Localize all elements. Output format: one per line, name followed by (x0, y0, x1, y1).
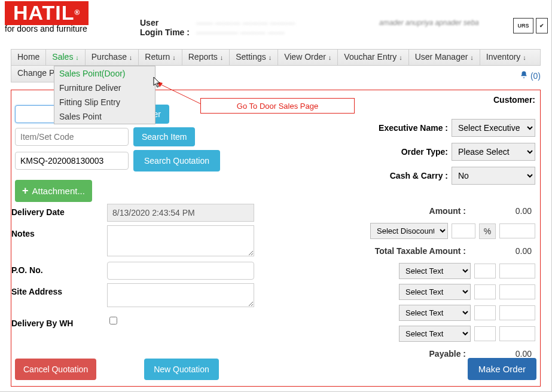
annotation-label: Go To Door Sales Page (200, 98, 355, 114)
search-item-button[interactable]: Search Item (133, 127, 195, 146)
tax-amt-3[interactable] (499, 305, 535, 320)
discount-amount-input[interactable] (499, 223, 535, 238)
amount-value: 0.00 (469, 204, 535, 218)
notification-count: (0) (530, 71, 541, 81)
chevron-down-icon: ↓ (75, 54, 79, 61)
notes-label: Notes (11, 225, 107, 258)
chevron-down-icon: ↓ (328, 54, 332, 61)
nav-purchase[interactable]: Purchase ↓ (86, 50, 139, 65)
slogan-script: amader anupriya apnader seba (379, 19, 511, 33)
registered-mark: ® (75, 8, 81, 17)
brand-tagline: for doors and furniture (5, 24, 89, 33)
dd-fitting-slip-entry[interactable]: Fitting Slip Entry (54, 95, 155, 109)
bell-icon (520, 71, 528, 81)
ukas-badge: ✔ (536, 18, 548, 33)
tax-select-4[interactable]: Select Text (399, 326, 471, 342)
new-quotation-button[interactable]: New Quotation (144, 359, 219, 380)
order-type-label: Order Type: (401, 147, 448, 157)
make-order-button[interactable]: Make Order (468, 358, 536, 380)
nav-settings[interactable]: Settings ↓ (230, 50, 278, 65)
notes-textarea[interactable] (107, 225, 254, 256)
user-info: User —— ——— ——— ——— Login Time : ————— —… (140, 18, 295, 37)
po-no-input[interactable] (107, 262, 254, 280)
tax-pct-2[interactable] (474, 284, 496, 299)
taxable-label: Total Taxable Amount : (375, 246, 466, 256)
user-label: User (140, 18, 194, 27)
main-nav: Home Sales ↓ Purchase ↓ Return ↓ Reports… (11, 49, 541, 66)
payable-label: Payable : (429, 349, 466, 359)
main-panel: Customer: omer Search Item Search Quotat… (11, 90, 541, 387)
brand-logo: HATIL® for doors and furniture (5, 1, 89, 33)
chevron-down-icon: ↓ (523, 54, 526, 61)
po-no-label: P.O. No. (11, 262, 107, 280)
login-time-value: ————— ——— —— (196, 27, 285, 37)
site-address-label: Site Address (11, 283, 107, 309)
chevron-down-icon: ↓ (269, 54, 272, 61)
dd-sales-point-door[interactable]: Sales Point(Door) (54, 66, 155, 81)
dd-furniture-deliver[interactable]: Furniture Deliver (54, 81, 155, 95)
plus-icon: + (22, 185, 29, 197)
tax-pct-4[interactable] (474, 326, 496, 341)
tax-amt-2[interactable] (499, 284, 535, 299)
delivery-date-input[interactable] (107, 204, 254, 222)
amount-panel: Amount : 0.00 Select Disocount % Total T… (344, 204, 535, 366)
cancel-quotation-button[interactable]: Cancel Quotation (15, 359, 96, 380)
amount-label: Amount : (429, 206, 466, 216)
attachment-button[interactable]: + Attachment... (15, 180, 92, 202)
tax-pct-3[interactable] (474, 305, 496, 320)
quotation-input[interactable] (15, 152, 129, 170)
tax-select-3[interactable]: Select Text (399, 305, 471, 321)
order-type-select[interactable]: Please Select (452, 143, 535, 161)
chevron-down-icon: ↓ (172, 54, 176, 61)
chevron-down-icon: ↓ (129, 54, 133, 61)
dd-sales-point[interactable]: Sales Point (54, 109, 155, 124)
brand-text: HATIL (13, 1, 75, 24)
nav-view-order[interactable]: View Order ↓ (278, 50, 338, 65)
search-quotation-button[interactable]: Search Quotation (133, 150, 220, 172)
tax-amt-4[interactable] (499, 326, 535, 341)
tax-amt-1[interactable] (499, 264, 535, 278)
item-code-input[interactable] (15, 128, 129, 146)
cursor-icon (152, 76, 163, 92)
nav-inventory[interactable]: Inventory ↓ (480, 50, 532, 65)
cash-carry-select[interactable]: No (452, 167, 535, 185)
chevron-down-icon: ↓ (470, 54, 474, 61)
chevron-down-icon: ↓ (399, 54, 402, 61)
nav-change-password[interactable]: Change P (11, 66, 60, 82)
customer-heading: Customer: (493, 95, 535, 105)
executive-name-label: Executive Name : (379, 123, 448, 133)
cash-carry-label: Cash & Carry : (390, 171, 448, 180)
nav-sales[interactable]: Sales ↓ (46, 50, 85, 65)
nav-user-manager[interactable]: User Manager ↓ (409, 50, 480, 65)
discount-value-input[interactable] (452, 223, 475, 238)
tax-select-2[interactable]: Select Text (399, 284, 471, 300)
delivery-wh-label: Delivery By WH (11, 315, 107, 328)
nav-home[interactable]: Home (11, 50, 46, 65)
sales-dropdown: Sales Point(Door) Furniture Deliver Fitt… (54, 66, 155, 124)
notifications[interactable]: (0) (520, 71, 541, 81)
discount-select[interactable]: Select Disocount (370, 223, 448, 239)
header-right: amader anupriya apnader seba URS ✔ (379, 18, 548, 33)
delivery-wh-checkbox[interactable] (109, 317, 117, 324)
nav-reports[interactable]: Reports ↓ (182, 50, 230, 65)
login-time-label: Login Time : (140, 27, 194, 37)
site-address-textarea[interactable] (107, 283, 254, 307)
action-bar: Cancel Quotation New Quotation Make Orde… (15, 358, 536, 380)
chevron-down-icon: ↓ (220, 54, 224, 61)
tax-select-1[interactable]: Select Text (399, 263, 471, 279)
nav-vouchar-entry[interactable]: Vouchar Entry ↓ (338, 50, 408, 65)
user-value: —— ——— ——— ——— (196, 18, 295, 27)
taxable-value: 0.00 (469, 244, 535, 258)
executive-select[interactable]: Select Executive (452, 119, 535, 137)
urs-badge: URS (513, 18, 533, 33)
tax-pct-1[interactable] (474, 264, 496, 278)
nav-return[interactable]: Return ↓ (139, 50, 182, 65)
order-meta-form: Executive Name : Select Executive Order … (350, 119, 535, 191)
percent-label: % (479, 223, 496, 239)
delivery-date-label: Delivery Date (11, 204, 107, 222)
app-header: HATIL® for doors and furniture User —— —… (0, 0, 551, 47)
